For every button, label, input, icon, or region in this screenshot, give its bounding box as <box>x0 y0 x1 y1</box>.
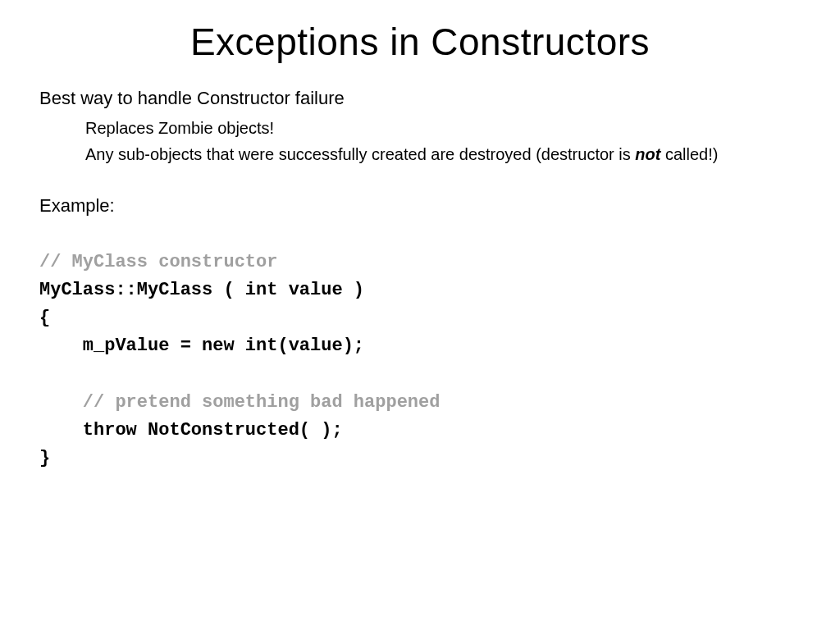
code-line: MyClass::MyClass ( int value ) <box>39 280 364 300</box>
code-comment: // MyClass constructor <box>39 252 277 272</box>
example-label: Example: <box>39 194 801 218</box>
bullet-level-1: Best way to handle Constructor failure <box>39 87 801 111</box>
slide-container: Exceptions in Constructors Best way to h… <box>0 0 840 630</box>
code-line: } <box>39 448 50 468</box>
code-line: { <box>39 308 50 328</box>
bullet-level-2: Replaces Zombie objects! <box>85 117 801 139</box>
spacer <box>39 170 801 194</box>
emphasized-text: not <box>635 145 660 163</box>
slide-title: Exceptions in Constructors <box>39 20 801 64</box>
code-comment: // pretend something bad happened <box>39 392 440 413</box>
code-line: m_pValue = new int(value); <box>39 336 364 356</box>
bullet-level-2: Any sub-objects that were successfully c… <box>85 144 801 165</box>
text-run: Any sub-objects that were successfully c… <box>85 145 635 163</box>
code-line: throw NotConstructed( ); <box>39 420 343 441</box>
code-block: // MyClass constructor MyClass::MyClass … <box>39 249 801 472</box>
spacer <box>39 224 801 249</box>
text-run: called!) <box>660 145 718 163</box>
